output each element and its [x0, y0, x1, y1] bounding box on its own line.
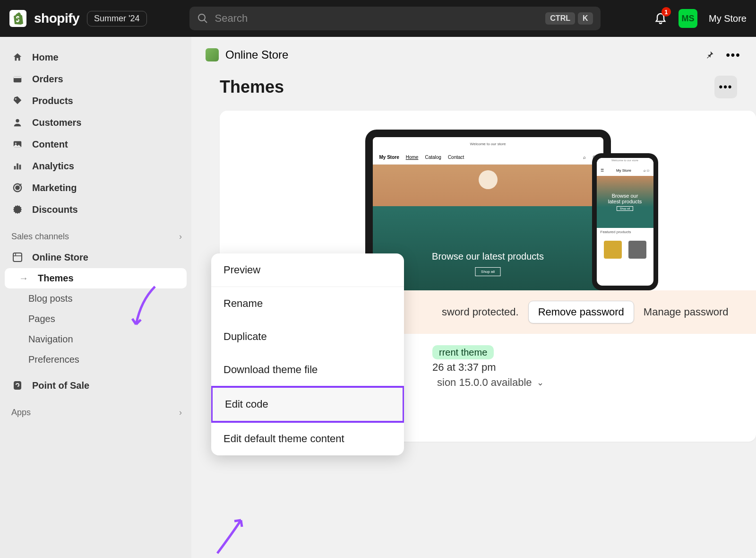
sales-channels-header[interactable]: Sales channels› — [0, 227, 191, 246]
sidebar-item-content[interactable]: Content — [0, 133, 191, 155]
menu-icon: ☰ — [601, 168, 604, 173]
topbar: shopify Summer '24 Search CTRL K 1 MS My… — [0, 0, 756, 37]
menu-item-edit-default[interactable]: Edit default theme content — [211, 422, 404, 455]
sidebar-item-home[interactable]: Home — [0, 46, 191, 68]
sidebar-subitem-pages[interactable]: Pages — [0, 309, 191, 329]
sidebar-item-customers[interactable]: Customers — [0, 112, 191, 133]
sidebar-subitem-navigation[interactable]: Navigation — [0, 329, 191, 349]
breadcrumb: Online Store ••• — [191, 37, 756, 68]
svg-point-4 — [15, 98, 17, 100]
sidebar-item-online-store[interactable]: Online Store — [0, 246, 191, 268]
sidebar-subitem-themes[interactable]: Themes — [5, 268, 187, 288]
brand-name: shopify — [34, 11, 79, 26]
menu-item-edit-code[interactable]: Edit code — [211, 386, 404, 423]
notif-badge: 1 — [662, 7, 671, 17]
menu-item-duplicate[interactable]: Duplicate — [211, 320, 404, 353]
store-name-label[interactable]: My Store — [709, 13, 747, 24]
sidebar-subitem-preferences[interactable]: Preferences — [0, 349, 191, 370]
pos-icon — [11, 379, 24, 392]
avatar[interactable]: MS — [679, 9, 697, 28]
discount-icon — [11, 203, 24, 216]
svg-rect-9 — [17, 164, 18, 170]
svg-point-0 — [198, 14, 205, 21]
svg-point-5 — [16, 119, 19, 122]
menu-item-preview[interactable]: Preview — [211, 253, 404, 287]
search-placeholder: Search — [215, 12, 539, 25]
pin-icon — [705, 50, 714, 60]
sidebar: Home Orders Products Customers Content A… — [0, 37, 191, 558]
search-icon: ⌕ — [583, 155, 586, 160]
theme-actions-menu: Preview Rename Duplicate Download theme … — [211, 253, 404, 455]
search-input[interactable]: Search CTRL K — [189, 7, 601, 30]
menu-item-download[interactable]: Download theme file — [211, 353, 404, 386]
image-icon — [11, 138, 24, 150]
home-icon — [11, 51, 24, 63]
manage-password-link[interactable]: Manage password — [644, 306, 729, 318]
apps-header[interactable]: Apps› — [0, 403, 191, 422]
svg-point-12 — [16, 186, 19, 189]
phone-mockup: Welcome to our store ☰My Store⌕ ▢ Browse… — [592, 153, 658, 290]
summer-badge[interactable]: Summer '24 — [87, 11, 146, 26]
notifications-button[interactable]: 1 — [654, 11, 667, 26]
page-title: Themes — [220, 77, 284, 97]
chart-icon — [11, 160, 24, 172]
svg-line-1 — [204, 20, 207, 23]
chevron-down-icon[interactable]: ⌄ — [537, 377, 544, 388]
target-icon — [11, 182, 24, 194]
sidebar-item-analytics[interactable]: Analytics — [0, 155, 191, 177]
orders-icon — [11, 73, 24, 85]
chevron-right-icon: › — [179, 232, 182, 242]
online-store-app-icon — [206, 48, 219, 61]
shopify-logo-icon[interactable] — [9, 10, 26, 27]
sidebar-item-pos[interactable]: Point of Sale — [0, 375, 191, 396]
sidebar-item-products[interactable]: Products — [0, 90, 191, 112]
dots-icon: ••• — [726, 48, 740, 61]
logo-group: shopify Summer '24 — [9, 10, 147, 27]
svg-rect-8 — [14, 166, 16, 169]
remove-password-button[interactable]: Remove password — [528, 301, 634, 323]
kbd-hint: CTRL K — [545, 12, 593, 25]
sidebar-item-marketing[interactable]: Marketing — [0, 177, 191, 199]
tag-icon — [11, 95, 24, 107]
current-theme-badge: rrent theme — [432, 345, 494, 359]
svg-rect-3 — [14, 77, 22, 78]
svg-rect-13 — [13, 253, 22, 262]
sidebar-item-orders[interactable]: Orders — [0, 68, 191, 90]
person-icon — [11, 116, 24, 129]
header-more-button[interactable]: ••• — [725, 46, 742, 63]
store-icon — [11, 251, 24, 263]
search-icon — [197, 13, 208, 24]
menu-item-rename[interactable]: Rename — [211, 287, 404, 320]
svg-rect-14 — [14, 381, 21, 390]
sidebar-subitem-blog[interactable]: Blog posts — [0, 288, 191, 309]
chevron-right-icon: › — [179, 408, 182, 418]
page-more-button[interactable]: ••• — [714, 76, 737, 98]
svg-rect-10 — [19, 165, 21, 169]
sidebar-item-discounts[interactable]: Discounts — [0, 199, 191, 220]
svg-point-7 — [15, 143, 17, 144]
pin-button[interactable] — [701, 46, 718, 63]
